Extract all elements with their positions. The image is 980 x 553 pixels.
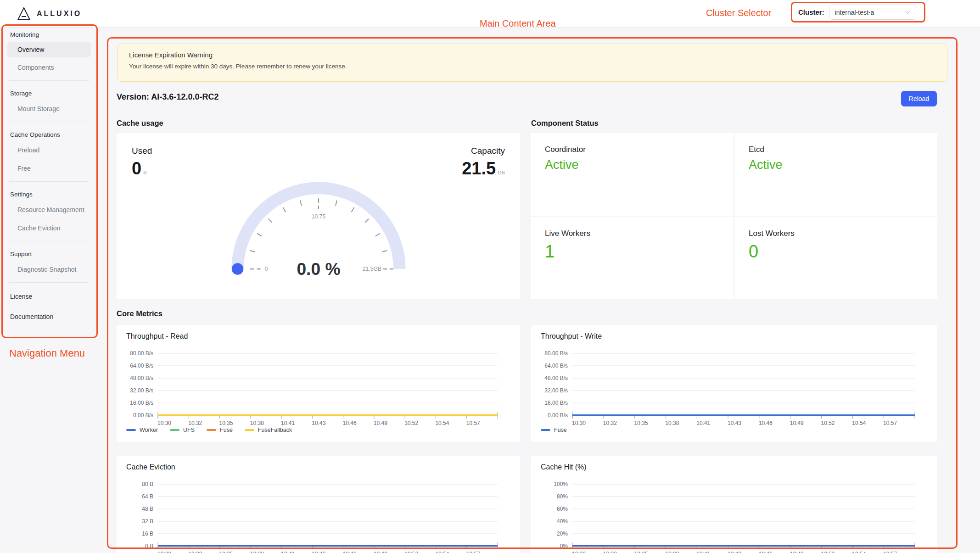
y-axis-label: 64.00 B/s	[544, 363, 568, 369]
sidebar-item-documentation[interactable]: Documentation	[3, 307, 95, 327]
y-axis-label: 0.00 B/s	[548, 412, 568, 419]
core-metrics-title: Core Metrics	[117, 309, 162, 318]
legend-item-fuse: Fuse	[207, 427, 233, 433]
x-axis-label: 10:46	[759, 420, 773, 426]
y-axis-label: 0 B	[145, 543, 153, 549]
sidebar-section-settings: Settings	[3, 185, 95, 201]
status-label: Live Workers	[545, 229, 734, 238]
sidebar-navigation: MonitoringOverviewComponentsStorageMount…	[3, 26, 95, 327]
status-label: Coordinator	[545, 145, 734, 154]
legend-label: UFS	[183, 427, 195, 433]
x-axis-label: 10:43	[728, 420, 741, 426]
x-axis-label: 10:57	[883, 420, 897, 426]
sidebar-item-resource-management[interactable]: Resource Management	[3, 201, 95, 219]
chart-title: Cache Eviction	[126, 463, 175, 471]
legend-label: Fuse	[554, 427, 567, 433]
x-axis-label: 10:54	[852, 420, 866, 426]
y-axis-label: 64.00 B/s	[130, 363, 153, 369]
status-label: Etcd	[749, 145, 937, 154]
status-cell-lost-workers: Lost Workers 0	[735, 217, 937, 300]
legend-item-fuse: Fuse	[541, 427, 567, 433]
chart-plot-area: 80 B64 B48 B32 B16 B0 B10:3010:3210:3510…	[117, 478, 520, 553]
reload-button[interactable]: Reload	[901, 91, 937, 106]
x-axis-label: 10:41	[696, 420, 710, 426]
x-axis-label: 10:35	[634, 420, 648, 426]
x-axis-label: 10:46	[759, 551, 773, 553]
legend-swatch	[541, 429, 550, 431]
y-axis-label: 48.00 B/s	[130, 375, 153, 381]
gauge-needle-dot	[231, 263, 243, 274]
x-axis-label: 10:38	[250, 420, 264, 426]
brand: ALLUXIO	[17, 0, 82, 28]
x-axis-label: 10:49	[790, 420, 804, 426]
sidebar-section-support: Support	[3, 245, 95, 260]
chart-throughput-write: Throughput - Write 80.00 B/s64.00 B/s48.…	[531, 325, 937, 442]
x-axis-label: 10:30	[157, 420, 171, 426]
sidebar-divider	[9, 80, 89, 81]
y-axis-label: 60%	[557, 506, 568, 512]
sidebar-item-mount-storage[interactable]: Mount Storage	[3, 100, 95, 118]
legend-item-worker: Worker	[126, 427, 158, 433]
y-axis-label: 0.00 B/s	[133, 412, 153, 419]
x-axis-label: 10:30	[572, 551, 586, 553]
y-axis-label: 40%	[557, 518, 568, 525]
chart-title: Throughput - Read	[126, 332, 188, 341]
x-axis-label: 10:38	[665, 551, 679, 553]
status-value: Active	[545, 158, 734, 172]
legend-swatch	[170, 429, 179, 431]
x-axis-label: 10:43	[728, 551, 741, 553]
alluxio-logo-icon	[17, 7, 31, 21]
sidebar-item-diagnostic-snapshot[interactable]: Diagnostic Snapshot	[3, 260, 95, 279]
x-axis-label: 10:57	[466, 551, 480, 553]
x-axis-label: 10:32	[603, 420, 617, 426]
cache-usage-title: Cache usage	[117, 119, 163, 128]
capacity-value: 21.5GB	[462, 159, 505, 179]
cache-usage-card: Used 0B Capacity 21.5GB 10.75 0 21.5GB 0…	[117, 133, 520, 299]
brand-name: ALLUXIO	[37, 10, 82, 18]
sidebar-item-preload[interactable]: Preload	[3, 141, 95, 159]
x-axis-label: 10:57	[466, 420, 480, 426]
x-axis-label: 10:41	[281, 420, 295, 426]
cluster-dropdown-value: internal-test-a	[835, 9, 874, 16]
sidebar-item-cache-eviction[interactable]: Cache Eviction	[3, 219, 95, 237]
x-axis-label: 10:49	[374, 551, 387, 553]
sidebar-divider	[9, 181, 89, 182]
chevron-down-icon	[905, 11, 910, 14]
x-axis-label: 10:30	[572, 420, 586, 426]
x-axis-label: 10:38	[665, 420, 679, 426]
capacity-label: Capacity	[462, 146, 505, 156]
x-axis-label: 10:32	[188, 551, 202, 553]
x-axis-label: 10:41	[696, 551, 710, 553]
x-axis-label: 10:35	[219, 420, 233, 426]
sidebar-item-license[interactable]: License	[3, 286, 95, 307]
gauge-mid-label: 10.75	[311, 213, 325, 220]
sidebar-item-components[interactable]: Components	[3, 58, 95, 77]
x-axis-label: 10:32	[188, 420, 202, 426]
y-axis-label: 16.00 B/s	[130, 400, 153, 406]
x-axis-label: 10:43	[312, 420, 325, 426]
status-value: 0	[749, 242, 937, 262]
x-axis-label: 10:43	[312, 551, 325, 553]
sidebar-divider	[9, 282, 89, 283]
version-label: Version: AI-3.6-12.0.0-RC2	[117, 92, 218, 102]
cluster-dropdown[interactable]: internal-test-a	[829, 5, 916, 20]
x-axis-label: 10:35	[219, 551, 233, 553]
x-axis-label: 10:54	[435, 420, 449, 426]
y-axis-label: 80.00 B/s	[544, 350, 568, 357]
cache-usage-gauge: 10.75 0 21.5GB 0.0 %	[229, 177, 409, 276]
line-chart-svg: 80.00 B/s64.00 B/s48.00 B/s32.00 B/s16.0…	[531, 347, 937, 426]
y-axis-label: 80%	[557, 493, 568, 500]
legend-swatch	[245, 429, 254, 431]
sidebar-item-overview[interactable]: Overview	[7, 42, 91, 57]
y-axis-label: 16 B	[142, 531, 153, 537]
x-axis-label: 10:54	[435, 551, 449, 553]
annotation-navigation-menu-label: Navigation Menu	[9, 347, 85, 359]
x-axis-label: 10:46	[343, 420, 357, 426]
status-label: Lost Workers	[749, 229, 937, 238]
sidebar-item-free[interactable]: Free	[3, 159, 95, 178]
capacity-unit: GB	[498, 170, 505, 175]
y-axis-label: 0%	[560, 543, 568, 549]
app-root: ALLUXIO asd Cluster: internal-test-a Mai…	[0, 0, 980, 553]
legend-swatch	[126, 429, 136, 431]
legend-label: Worker	[140, 427, 158, 433]
